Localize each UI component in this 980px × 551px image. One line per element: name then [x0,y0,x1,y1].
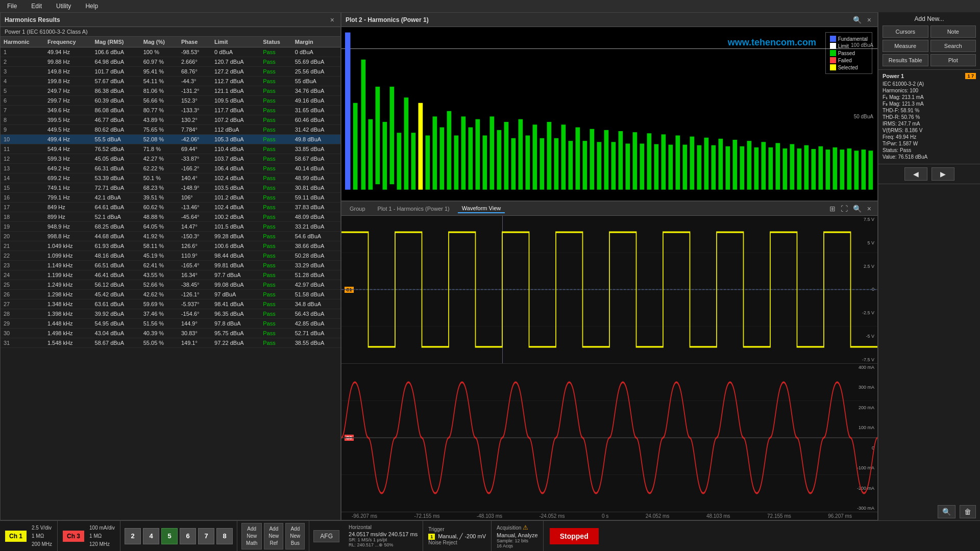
table-row[interactable]: 301.498 kHz43.04 dBuA40.39 %30.83°95.75 … [1,329,340,338]
ch-btn-2[interactable]: 2 [125,528,141,544]
svg-rect-29 [547,122,552,190]
acq-details1: Manual, Analyze [497,532,538,538]
plot2-close-button[interactable]: × [865,16,873,24]
add-buttons-section: AddNewMath AddNewRef AddNewBus [237,521,309,551]
waveform-title-bar: Group Plot 1 - Harmonics (Power 1) Wavef… [341,202,877,216]
table-row[interactable]: 261.298 kHz45.42 dBuA42.62 %-126.1°97 dB… [1,290,340,299]
table-row[interactable]: 9449.5 Hz80.62 dBuA75.65 %7.784°112 dBuA… [1,125,340,135]
search-button[interactable]: Search [930,40,976,52]
waveform-close-button[interactable]: × [865,205,873,213]
ch3-bw: 120 MHz [89,540,115,548]
svg-rect-57 [747,141,752,190]
table-row[interactable]: 18899 Hz52.1 dBuA48.88 %-45.64°100.2 dBu… [1,212,340,222]
table-row[interactable]: 11549.4 Hz76.52 dBuA71.8 %69.44°110.4 dB… [1,144,340,154]
table-row[interactable]: 299.88 Hz64.98 dBuA60.97 %2.666°120.7 dB… [1,57,340,67]
time-axis: -96.207 ms -72.155 ms -48.103 ms -24.052… [341,512,877,520]
svg-rect-12 [426,136,430,190]
power1-badge: 1 7 [965,73,976,79]
col-status: Status [260,37,291,47]
table-row[interactable]: 291.448 kHz54.95 dBuA51.56 %144.9°97.8 d… [1,319,340,329]
svg-rect-4 [369,119,373,190]
table-row[interactable]: 241.199 kHz46.41 dBuA43.55 %16.34°97.7 d… [1,270,340,280]
power1-thdf-value: THD-F: 58.91 % [883,108,919,113]
measure-button[interactable]: Measure [883,40,928,52]
trash-button[interactable]: 🗑 [960,505,976,518]
svg-rect-71 [847,148,852,190]
menu-utility[interactable]: Utility [53,2,74,11]
power1-freq-value: Freq: 49.94 Hz [883,134,916,140]
menu-file[interactable]: File [4,2,20,11]
zoom-button[interactable]: 🔍 [938,505,955,518]
ch3-impedance: 1 MΩ [89,532,115,540]
table-row[interactable]: 271.348 kHz63.61 dBuA59.69 %-5.937°98.41… [1,299,340,309]
ch-btn-4[interactable]: 4 [143,528,159,544]
power1-f3mag-value: F₃ Mag: 121.3 mA [883,101,924,107]
add-math-button[interactable]: AddNewMath [241,523,262,549]
table-row[interactable]: 15749.1 Hz72.71 dBuA68.23 %-148.9°103.5 … [1,183,340,193]
ch-btn-7[interactable]: 7 [198,528,214,544]
prev-button[interactable]: ◀ [904,167,927,181]
table-row[interactable]: 5249.7 Hz86.38 dBuA81.06 %-131.2°121.1 d… [1,86,340,96]
power1-trpwr: TrPwr: 1.587 W [883,141,976,146]
table-row[interactable]: 149.94 Hz106.6 dBuA100 %-98.53°0 dBuAPas… [1,47,340,57]
table-row[interactable]: 13649.2 Hz66.31 dBuA62.22 %-166.2°106.4 … [1,164,340,173]
table-row[interactable]: 8399.5 Hz46.77 dBuA43.89 %130.2°107.2 dB… [1,115,340,125]
menu-help[interactable]: Help [82,2,101,11]
svg-rect-40 [626,143,630,189]
plot2-search-icon[interactable]: 🔍 [851,16,863,24]
results-table-button[interactable]: Results Table [883,54,928,66]
table-row[interactable]: 251.249 kHz56.12 dBuA52.66 %-38.45°99.08… [1,280,340,290]
table-row[interactable]: 311.548 kHz58.67 dBuA55.05 %149.1°97.22 … [1,338,340,348]
stopped-button[interactable]: Stopped [550,528,599,544]
svg-rect-34 [583,141,587,190]
table-row[interactable]: 211.049 kHz61.93 dBuA58.11 %126.6°100.6 … [1,241,340,251]
cursors-button[interactable]: Cursors [883,26,928,38]
svg-rect-38 [611,142,616,190]
svg-rect-16 [454,136,459,190]
horizontal-value1: 24.0517 ms/div 240.517 ms [349,531,418,537]
svg-rect-67 [819,146,823,190]
table-row[interactable]: 6299.7 Hz60.39 dBuA56.66 %152.3°109.5 dB… [1,96,340,106]
table-row[interactable]: 231.149 kHz66.51 dBuA62.41 %-165.4°99.81… [1,261,340,270]
tab-group[interactable]: Group [346,205,370,213]
table-row[interactable]: 14699.2 Hz53.39 dBuA50.1 %140.4°102.4 dB… [1,173,340,183]
harmonics-close-button[interactable]: × [328,16,336,24]
waveform-ch3: C3 400 mA 300 mA 200 mA 100 mA 0 -100 mA… [341,364,877,512]
table-row[interactable]: 221.099 kHz48.16 dBuA45.19 %110.9°98.44 … [1,251,340,261]
plot2-content: www.tehencom.com Fundamental Limit Passe… [341,27,877,201]
col-margin: Margin [292,37,340,47]
t5: 0 s [602,513,608,519]
add-ref-button[interactable]: AddNewRef [264,523,283,549]
table-row[interactable]: 10499.4 Hz55.5 dBuA52.08 %-42.06°105.3 d… [1,135,340,144]
table-row[interactable]: 17849 Hz64.61 dBuA60.62 %-13.46°102.4 dB… [1,203,340,212]
tab-plot1[interactable]: Plot 1 - Harmonics (Power 1) [374,205,454,213]
svg-rect-42 [640,143,645,189]
table-row[interactable]: 281.398 kHz39.92 dBuA37.46 %-154.6°96.35… [1,309,340,319]
waveform-expand-icon[interactable]: ⛶ [839,205,849,213]
table-row[interactable]: 12599.3 Hz45.05 dBuA42.27 %-33.87°103.7 … [1,154,340,164]
svg-rect-13 [433,116,437,189]
table-row[interactable]: 4199.8 Hz57.67 dBuA54.11 %-44.3°112.7 dB… [1,77,340,86]
menu-edit[interactable]: Edit [28,2,45,11]
ch-btn-5[interactable]: 5 [161,528,178,544]
table-row[interactable]: 3149.8 Hz101.7 dBuA95.41 %68.76°127.2 dB… [1,67,340,77]
horizontal-rl: RL: 240.517 ...⊕ 50% [349,542,418,547]
waveform-grid-icon[interactable]: ⊞ [828,205,837,213]
tab-waveform[interactable]: Waveform View [458,204,505,213]
note-button[interactable]: Note [930,26,976,38]
horizontal-title: Horizontal [349,524,418,530]
ch-btn-6[interactable]: 6 [180,528,196,544]
table-row[interactable]: 16799.1 Hz42.1 dBuA39.51 %106°101.2 dBuA… [1,193,340,203]
svg-rect-59 [762,142,766,190]
svg-rect-23 [504,122,509,190]
power1-section: Power 1 1 7 IEC 61000-3-2 (A) Harmonics:… [878,70,980,164]
add-bus-button[interactable]: AddNewBus [285,523,305,549]
next-button[interactable]: ▶ [932,167,954,181]
table-row[interactable]: 19948.9 Hz68.25 dBuA64.05 %14.47°101.5 d… [1,222,340,232]
waveform-search-icon[interactable]: 🔍 [851,205,863,213]
ch-btn-8[interactable]: 8 [216,528,233,544]
afg-button[interactable]: AFG [313,530,339,542]
plot-button[interactable]: Plot [930,54,976,66]
table-row[interactable]: 7349.6 Hz86.08 dBuA80.77 %-133.3°117.7 d… [1,106,340,115]
table-row[interactable]: 20998.8 Hz44.68 dBuA41.92 %-150.3°99.28 … [1,232,340,241]
